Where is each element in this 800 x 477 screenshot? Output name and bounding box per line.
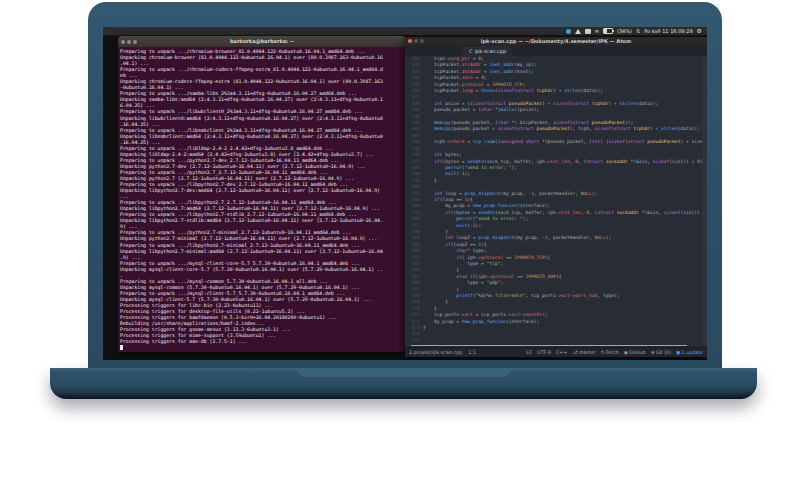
status-item-label: Fetch	[606, 350, 619, 355]
status-item-lf[interactable]: LF	[527, 350, 532, 355]
terminal-line: Unpacking python2.7-minimal (2.7.12-1ubu…	[120, 236, 404, 242]
terminal-prompt-line	[120, 345, 404, 352]
status-item-label: C++	[556, 350, 567, 355]
mail-icon[interactable]: ✉	[595, 29, 599, 34]
code-line	[423, 338, 707, 344]
status-item-label: master	[579, 350, 596, 355]
atom-titlebar[interactable]: ipk-scan.cpp — ~/Dokumenty/4.semester/IP…	[405, 37, 707, 45]
status-item-utf-8[interactable]: UTF-8	[537, 350, 551, 355]
terminal-output[interactable]: Preparing to unpack .../chromium-browser…	[118, 47, 406, 352]
status-file-path[interactable]: 2.projekt/ipk-scan.cpp	[409, 350, 462, 355]
tab-label: ipk-scan.cpp	[475, 46, 507, 56]
terminal-line: Preparing to unpack .../libwbclient0_2%3…	[120, 109, 404, 115]
line-number: 575	[405, 338, 420, 344]
terminal-line: Unpacking libpython2.7-stdlib:amd64 (2.7…	[120, 218, 404, 224]
status-item-label: Git (0)	[656, 350, 671, 355]
status-item-fetch[interactable]: ↻Fetch	[601, 350, 619, 355]
code-area[interactable]: tcph->urg_ptr = 0; tcpPacket.srcAddr = i…	[423, 56, 707, 345]
terminal-line: Unpacking libpython2.7-dev:amd64 (2.7.12…	[120, 188, 404, 194]
status-item-github[interactable]: ◉GitHub	[624, 350, 646, 355]
atom-tabbar: C ipk-scan.cpp	[405, 45, 707, 56]
code-line: memcpy(pseudo_packet + sizeof(struct pse…	[423, 126, 707, 132]
wifi-icon[interactable]	[575, 29, 581, 34]
terminal-line: Unpacking libpython2.7-minimal:amd64 (2.…	[120, 249, 404, 255]
status-item-icon: ◉	[624, 350, 628, 355]
laptop-lid-notch	[297, 368, 511, 377]
terminal-line: Unpacking libwbclient0:amd64 (2:4.3.11+d…	[120, 116, 404, 122]
cpp-file-icon: C	[469, 46, 473, 56]
status-item-c-[interactable]: C++	[556, 350, 567, 355]
terminal-line: Unpacking libsmbclient:amd64 (2:4.3.11+d…	[120, 134, 404, 140]
horizontal-scrollbar-track	[405, 345, 707, 347]
keyboard-indicator-icon[interactable]	[585, 29, 591, 34]
terminal-window: barborka@barborka: ~ Preparing to unpack…	[118, 36, 406, 352]
vertical-scrollbar[interactable]	[702, 56, 707, 345]
status-item-label: 1 update	[682, 350, 703, 355]
terminal-line: Unpacking chromium-browser (81.0.4044.12…	[120, 55, 404, 61]
atom-statusbar: 2.projekt/ipk-scan.cpp 1:1 LFUTF-8C++⎇ma…	[405, 347, 707, 357]
atom-title: ipk-scan.cpp — ~/Dokumenty/4.semester/IP…	[405, 37, 707, 45]
battery-icon[interactable]	[603, 28, 613, 34]
code-editor[interactable]: 5315325335345355365375385395405415425435…	[405, 56, 707, 345]
status-item-icon: ▣	[676, 350, 681, 355]
clock[interactable]: Po kvě 11 16:09:29	[644, 27, 692, 36]
status-item-master[interactable]: ⎇master	[572, 350, 595, 355]
gear-icon[interactable]: ⚙	[697, 28, 702, 34]
session-arrows-icon[interactable]: ⇅	[636, 29, 640, 34]
battery-percent: (34%)	[617, 27, 632, 36]
terminal-line: Preparing to unpack .../chromium-codecs-…	[120, 67, 404, 73]
status-item-label: LF	[527, 350, 532, 355]
status-item-git-0-[interactable]: ⊕Git (0)	[651, 350, 671, 355]
status-item-icon: ↻	[601, 350, 605, 355]
terminal-titlebar[interactable]: barborka@barborka: ~	[118, 36, 406, 47]
atom-window: ipk-scan.cpp — ~/Dokumenty/4.semester/IP…	[405, 37, 707, 357]
terminal-line: Unpacking libldap-2.4-2:amd64 (2.4.42+df…	[120, 152, 404, 158]
terminal-cursor	[120, 345, 123, 350]
laptop-screen: ✉ (34%) ⇅ Po kvě 11 16:09:29 ⚙ barborka@…	[103, 27, 707, 360]
status-item-icon: ⎇	[572, 350, 578, 355]
status-item-1-update[interactable]: ▣1 update	[676, 350, 703, 355]
laptop-base	[50, 368, 757, 399]
bluetooth-icon[interactable]	[566, 29, 571, 34]
status-item-label: UTF-8	[537, 350, 551, 355]
status-item-icon: ⊕	[651, 350, 655, 355]
desktop-top-panel: ✉ (34%) ⇅ Po kvě 11 16:09:29 ⚙	[103, 27, 707, 36]
terminal-line: Preparing to unpack .../libsmbclient_2%3…	[120, 128, 404, 134]
line-number-gutter: 5315325335345355365375385395405415425435…	[405, 56, 423, 345]
horizontal-scrollbar[interactable]	[411, 345, 687, 346]
terminal-line: Unpacking mysql-client-core-5.7 (5.7.30-…	[120, 267, 404, 273]
status-item-label: GitHub	[629, 350, 646, 355]
code-line: tcph->check = tcp_csum((unsigned short *…	[423, 139, 707, 145]
terminal-line: Unpacking samba-libs:amd64 (2:4.3.11+dfs…	[120, 97, 404, 103]
terminal-title: barborka@barborka: ~	[118, 36, 406, 47]
status-cursor-position[interactable]: 1:1	[468, 350, 476, 355]
tab-ipk-scan-cpp[interactable]: C ipk-scan.cpp	[463, 46, 512, 56]
